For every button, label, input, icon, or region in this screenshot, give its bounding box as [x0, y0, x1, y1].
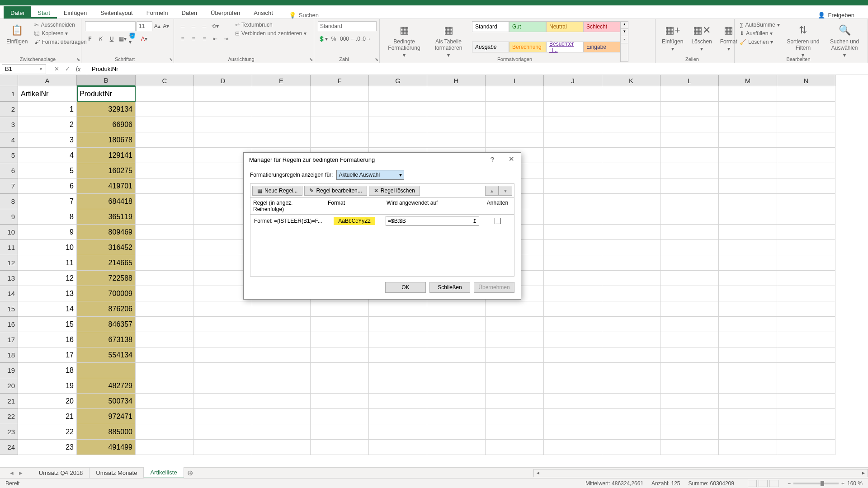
cell-D2[interactable] — [194, 102, 252, 117]
cell-A10[interactable]: 9 — [18, 225, 77, 240]
cell-C16[interactable] — [136, 317, 194, 332]
cell-K6[interactable] — [602, 163, 660, 178]
column-header-F[interactable]: F — [311, 75, 369, 86]
cell-M10[interactable] — [719, 225, 777, 240]
cell-L16[interactable] — [660, 317, 719, 332]
cell-E17[interactable] — [252, 332, 311, 347]
cell-B3[interactable]: 66906 — [77, 117, 136, 132]
cell-E22[interactable] — [252, 409, 311, 424]
cell-L5[interactable] — [660, 148, 719, 163]
row-header-9[interactable]: 9 — [0, 209, 18, 225]
cell-N24[interactable] — [777, 440, 835, 455]
cell-K22[interactable] — [602, 409, 660, 424]
zoom-in-button[interactable]: + — [841, 480, 844, 487]
cell-B5[interactable]: 129141 — [77, 148, 136, 163]
cell-C3[interactable] — [136, 117, 194, 132]
column-header-B[interactable]: B — [77, 75, 136, 86]
cell-B6[interactable]: 160275 — [77, 163, 136, 178]
cell-I15[interactable] — [486, 301, 544, 317]
search-box[interactable]: 💡 Suchen — [289, 12, 319, 19]
add-sheet-button[interactable]: ⊕ — [184, 469, 197, 477]
cell-E21[interactable] — [252, 394, 311, 409]
cell-B13[interactable]: 722588 — [77, 271, 136, 286]
cell-J8[interactable] — [544, 194, 602, 209]
cell-M12[interactable] — [719, 255, 777, 271]
cell-C12[interactable] — [136, 255, 194, 271]
cell-C15[interactable] — [136, 301, 194, 317]
italic-button[interactable]: K — [96, 34, 106, 44]
cell-N12[interactable] — [777, 255, 835, 271]
cell-N23[interactable] — [777, 424, 835, 440]
edit-rule-button[interactable]: ✎ Regel bearbeiten... — [304, 186, 367, 196]
cell-B23[interactable]: 885000 — [77, 424, 136, 440]
column-header-J[interactable]: J — [544, 75, 602, 86]
cell-J4[interactable] — [544, 132, 602, 148]
cell-K2[interactable] — [602, 102, 660, 117]
cell-A2[interactable]: 1 — [18, 102, 77, 117]
cell-J17[interactable] — [544, 332, 602, 347]
delete-cells-button[interactable]: ▦✕Löschen▾ — [689, 21, 714, 62]
percent-button[interactable]: % — [329, 34, 339, 44]
cell-J14[interactable] — [544, 286, 602, 301]
cell-A18[interactable]: 17 — [18, 347, 77, 363]
number-format-select[interactable] — [318, 21, 377, 31]
cell-M23[interactable] — [719, 424, 777, 440]
row-header-7[interactable]: 7 — [0, 178, 18, 194]
cell-J16[interactable] — [544, 317, 602, 332]
cell-M7[interactable] — [719, 178, 777, 194]
cell-M9[interactable] — [719, 209, 777, 225]
font-family-input[interactable] — [85, 21, 136, 31]
tab-start[interactable]: Start — [31, 6, 57, 19]
cell-H1[interactable] — [427, 86, 486, 102]
cell-M3[interactable] — [719, 117, 777, 132]
cell-H16[interactable] — [427, 317, 486, 332]
cell-N10[interactable] — [777, 225, 835, 240]
cell-N19[interactable] — [777, 363, 835, 378]
column-header-E[interactable]: E — [252, 75, 311, 86]
cell-F22[interactable] — [311, 409, 369, 424]
comma-button[interactable]: 000 — [340, 34, 349, 44]
align-middle-button[interactable]: ═ — [189, 21, 198, 31]
tab-ueberpruefen[interactable]: Überprüfen — [204, 6, 247, 19]
decrease-indent-button[interactable]: ⇤ — [210, 34, 220, 44]
cell-H15[interactable] — [427, 301, 486, 317]
cell-N1[interactable] — [777, 86, 835, 102]
cell-E15[interactable] — [252, 301, 311, 317]
cell-F3[interactable] — [311, 117, 369, 132]
tab-seitenlayout[interactable]: Seitenlayout — [94, 6, 140, 19]
formula-input[interactable]: ProduktNr — [87, 66, 868, 72]
cell-L3[interactable] — [660, 117, 719, 132]
cell-L20[interactable] — [660, 378, 719, 394]
cell-E19[interactable] — [252, 363, 311, 378]
cell-F21[interactable] — [311, 394, 369, 409]
cell-G21[interactable] — [369, 394, 427, 409]
row-header-24[interactable]: 24 — [0, 440, 18, 455]
cell-C6[interactable] — [136, 163, 194, 178]
row-header-15[interactable]: 15 — [0, 301, 18, 317]
cell-B7[interactable]: 419701 — [77, 178, 136, 194]
cell-B8[interactable]: 684418 — [77, 194, 136, 209]
cell-B20[interactable]: 482729 — [77, 378, 136, 394]
decrease-font-button[interactable]: A▾ — [162, 21, 170, 31]
cell-I19[interactable] — [486, 363, 544, 378]
cell-J1[interactable] — [544, 86, 602, 102]
cell-C22[interactable] — [136, 409, 194, 424]
styles-gallery-expand[interactable]: ▴▾⌄ — [620, 21, 628, 62]
format-painter-button[interactable]: 🖌Format übertragen — [33, 38, 88, 46]
cell-N4[interactable] — [777, 132, 835, 148]
column-header-A[interactable]: A — [18, 75, 77, 86]
cell-C11[interactable] — [136, 240, 194, 255]
row-header-2[interactable]: 2 — [0, 102, 18, 117]
cell-I22[interactable] — [486, 409, 544, 424]
row-header-20[interactable]: 20 — [0, 378, 18, 394]
applies-to-input[interactable]: =$B:$B ↥ — [386, 216, 479, 226]
cell-D17[interactable] — [194, 332, 252, 347]
cell-A8[interactable]: 7 — [18, 194, 77, 209]
copy-button[interactable]: ⿻Kopieren ▾ — [33, 30, 88, 37]
cell-C8[interactable] — [136, 194, 194, 209]
cell-A21[interactable]: 20 — [18, 394, 77, 409]
cell-E3[interactable] — [252, 117, 311, 132]
cell-B21[interactable]: 500734 — [77, 394, 136, 409]
cell-A24[interactable]: 23 — [18, 440, 77, 455]
ok-button[interactable]: OK — [385, 282, 426, 293]
